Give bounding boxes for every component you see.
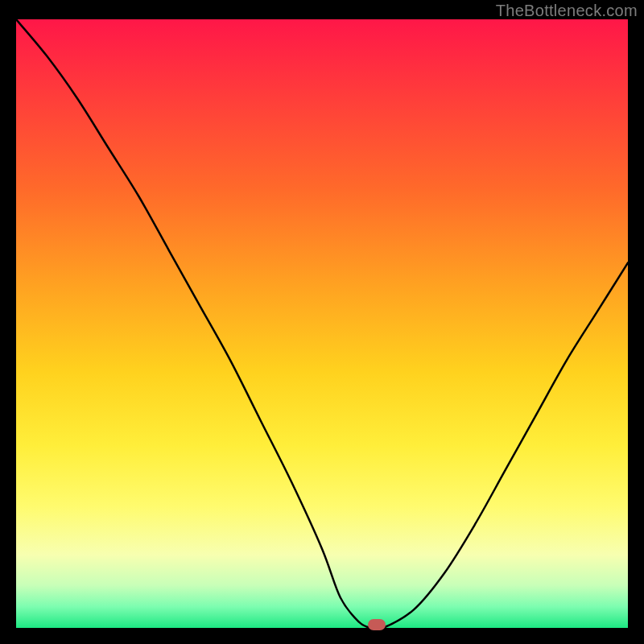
watermark-label: TheBottleneck.com xyxy=(496,2,638,20)
chart-frame: TheBottleneck.com xyxy=(0,0,644,644)
bottleneck-curve xyxy=(16,19,628,628)
plot-area xyxy=(16,19,628,628)
optimal-point-marker xyxy=(368,619,386,630)
